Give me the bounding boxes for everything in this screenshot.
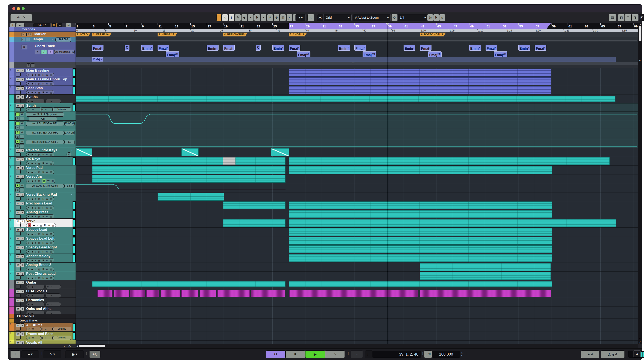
scroll-left-icon[interactable]: ◀ — [76, 345, 78, 347]
lane-display-icon[interactable]: ▥ — [50, 73, 52, 77]
automation-value-button[interactable]: 17.7 dB — [64, 131, 75, 135]
monitor-icon[interactable]: ◀ — [31, 267, 33, 271]
chord-event[interactable]: Fmaj7 — [158, 45, 169, 51]
solo-button[interactable]: s — [20, 228, 24, 232]
phase-icon[interactable]: ≈ — [50, 294, 52, 298]
track-row-lead-vocals[interactable]: msLEAD Vocals●◀≡≈ — [10, 289, 76, 298]
lane-display-icon[interactable]: ▥ — [50, 90, 52, 94]
verse-arp-part[interactable] — [92, 175, 286, 182]
stop-button[interactable]: ■ — [286, 351, 305, 358]
mute-button[interactable]: m — [16, 290, 20, 293]
automation-parameter-button[interactable]: Ins.:3:St...EQ-GainHFL — [26, 131, 64, 135]
minimize-window-icon[interactable] — [17, 7, 20, 10]
mute-button[interactable]: m — [16, 86, 20, 90]
automation-lock-button[interactable]: ⌠ — [20, 188, 24, 192]
edit-channel-icon[interactable]: e — [42, 108, 43, 111]
scale-event[interactable]: C Major — [92, 57, 103, 61]
tempo-activate-button[interactable]: ⊙ — [21, 38, 25, 41]
write-automation-icon[interactable]: W — [46, 232, 48, 236]
automation-read-button[interactable]: R — [16, 140, 20, 144]
vertical-zoom-knob[interactable]: ● — [639, 59, 640, 61]
marker-flag[interactable]: 1: INTRO — [76, 32, 90, 36]
spacey-lead-right-part[interactable] — [289, 245, 552, 253]
write-automation-icon[interactable]: W — [46, 250, 48, 254]
chord-event[interactable]: Fmaj7/9 — [166, 51, 179, 57]
chord-event[interactable]: Fmaj7 — [92, 45, 103, 51]
solo-button[interactable]: s — [20, 210, 24, 214]
track-row-ins-3-st-eq-gainhfl[interactable]: RW▥⌠Ins.:3:St...EQ-GainHFL17.7 dB — [10, 130, 76, 139]
monitor-icon[interactable]: ◀ — [31, 294, 33, 298]
transport-settings-gear[interactable]: ⚙ — [633, 351, 640, 357]
zoom-in-icon[interactable]: + — [639, 338, 640, 340]
undo-redo-group[interactable]: ↶ ↷ — [10, 14, 32, 21]
zoom-tool[interactable]: ◎ — [267, 14, 273, 21]
record-enable-icon[interactable]: ● — [28, 99, 30, 103]
instrument-icon[interactable]: ▤ — [38, 276, 40, 280]
track-row-seconds[interactable]: Seconds — [10, 27, 76, 32]
audio-quantize-button[interactable]: AQ — [89, 351, 100, 358]
track-row-spacey-lead[interactable]: 0msSpacey Lead●◀e▤RW▥ — [10, 227, 76, 236]
undo-icon[interactable]: ↶ — [17, 16, 20, 19]
verse-pad-part[interactable] — [289, 166, 552, 174]
mute-button[interactable]: m — [16, 95, 20, 99]
instrument-icon[interactable]: ▤ — [38, 250, 40, 254]
midi-activity-dropdown[interactable]: ◉ ▾ — [65, 351, 84, 358]
mute-button[interactable]: m — [16, 263, 20, 267]
accent-melody-part[interactable] — [289, 254, 552, 262]
track-row-verse-backing-pad[interactable]: 6msVerse Backing Pad▾●◀e▤RW▥ — [10, 192, 76, 201]
automation-value-button[interactable]: 1.0 — [64, 140, 75, 144]
solo-button[interactable]: s — [20, 104, 24, 108]
mute-button[interactable]: m — [16, 78, 20, 81]
mute-button[interactable]: m — [16, 149, 20, 152]
track-preset-button[interactable]: ▾≡ — [16, 23, 24, 27]
edit-channel-icon[interactable]: e — [42, 336, 43, 340]
track-row-spacey-lead-right[interactable]: 2msSpacey Lead Right●◀e▤RW▥ — [10, 245, 76, 254]
write-automation-icon[interactable]: W — [46, 267, 48, 271]
edit-channel-icon[interactable]: e — [35, 90, 36, 94]
write-automation-icon[interactable]: W — [46, 90, 48, 94]
color-tool-button[interactable]: ◕ ▾ — [296, 14, 306, 21]
expand-tracks-icon[interactable]: ▾ — [64, 345, 65, 348]
metronome-clock-button[interactable]: ◔ — [10, 351, 20, 358]
instrument-icon[interactable]: ▤ — [40, 223, 42, 227]
vertical-scroll-thumb[interactable] — [639, 26, 642, 41]
maximize-window-icon[interactable] — [22, 7, 25, 10]
track-row-tempo[interactable]: ⊙⌠Tempo▾168.000 — [10, 37, 76, 42]
instrument-icon[interactable]: ▤ — [38, 214, 40, 218]
edit-channel-icon[interactable]: e — [35, 170, 36, 174]
track-row-drums-and-bass[interactable]: 6msDrums and BassRWe∞Volume — [10, 332, 76, 340]
write-automation-icon[interactable]: W — [46, 161, 48, 165]
monitor-icon[interactable]: ◀ — [31, 179, 33, 183]
phase-icon[interactable]: ≈ — [50, 99, 52, 103]
audio-activity-dropdown[interactable]: ∿ ▾ — [43, 351, 62, 358]
instrument-icon[interactable]: ▤ — [38, 170, 40, 174]
chord-event[interactable]: Emin7 — [141, 45, 153, 51]
chord-event[interactable]: Fmaj7/9 — [362, 51, 376, 57]
track-row-ins-3-st-eq-freqhfl[interactable]: RW▥⌠Ins.:3:St...EQ-FreqHFL20.00 kHz — [10, 121, 76, 130]
playhead-handle[interactable] — [386, 23, 389, 25]
instrument-icon[interactable]: ▤ — [38, 161, 40, 165]
monitor-icon[interactable]: ◀ — [31, 161, 33, 165]
track-row-chord-track[interactable]: ▦Chord Track●╱⧉Use Monitored Trac — [10, 42, 76, 62]
main-bassline-part[interactable] — [289, 69, 551, 76]
record-enable-icon[interactable]: ● — [28, 179, 30, 183]
use-monitored-tracks-dropdown[interactable]: Use Monitored Trac — [54, 50, 75, 54]
track-settings-gear-icon[interactable]: ⚙ — [68, 345, 71, 348]
instrument-icon[interactable]: ▤ — [38, 206, 40, 210]
line-tool[interactable]: ╱ — [286, 14, 292, 21]
monitor-icon[interactable]: ◀ — [33, 223, 35, 227]
automation-lanes-button[interactable]: ▥ — [16, 135, 20, 139]
record-enable-icon[interactable]: ● — [35, 50, 40, 54]
mute-button[interactable]: m — [16, 69, 20, 72]
record-enable-icon[interactable]: ● — [28, 153, 30, 157]
monitor-icon[interactable]: ◀ — [31, 170, 33, 174]
track-row-reverse-intro-keys[interactable]: 2msReverse Intro Keys▾●◀e▤RW▥❋ — [10, 148, 76, 157]
read-automation-icon[interactable]: R — [42, 258, 44, 262]
chord-event[interactable]: Fmaj7/9 — [297, 51, 310, 57]
read-automation-icon[interactable]: R — [28, 327, 30, 331]
edit-channel-icon[interactable]: e — [35, 161, 36, 165]
horizontal-scrollbar[interactable]: ◀ — [76, 344, 638, 348]
analog-brass-2-part[interactable] — [420, 263, 551, 271]
monitor-icon[interactable]: ◀ — [31, 153, 33, 157]
monitor-icon[interactable]: ◀ — [31, 276, 33, 280]
